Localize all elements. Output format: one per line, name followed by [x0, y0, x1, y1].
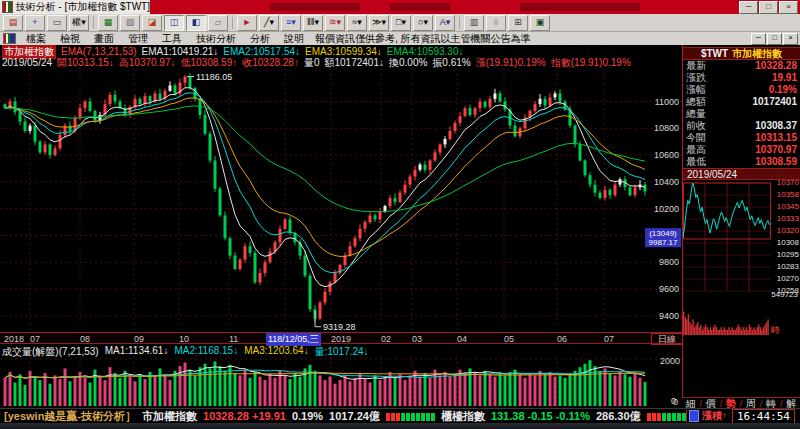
tab-separator: /	[740, 399, 743, 409]
close-button[interactable]: ×	[779, 1, 798, 14]
intraday-mini-chart[interactable]	[683, 181, 771, 293]
green-bar	[406, 413, 410, 421]
tab-separator: /	[760, 399, 763, 409]
channel-tool[interactable]: ≡▾	[281, 15, 301, 31]
text-tool[interactable]: A▾	[435, 15, 455, 31]
volume-header-field-4: 量:1017.24↓	[315, 345, 369, 356]
menu-item-分析[interactable]: 分析	[243, 32, 277, 46]
rectangle-tool[interactable]: □▾	[391, 15, 411, 31]
ticker-index-value: 10328.28 +19.91	[203, 410, 286, 422]
red-bar	[657, 413, 661, 421]
volume-pane[interactable]	[0, 356, 682, 407]
symbol-name: 市加權指數	[732, 47, 782, 61]
color-chart-icon[interactable]: ▦	[98, 15, 118, 31]
restore-button[interactable]: □	[759, 1, 778, 14]
mini-bar-indicator	[386, 412, 435, 421]
eraser-icon[interactable]: ◊	[486, 15, 506, 31]
mini-volume-scale: 549723	[750, 290, 798, 299]
main-chart-area[interactable]: 1100010800106001040010200980096009400111…	[0, 68, 682, 332]
red-bar	[652, 413, 656, 421]
layers-icon[interactable]: ⊞	[508, 15, 528, 31]
mini-axis-label: 10308	[777, 237, 799, 249]
x-axis-label: 03	[412, 334, 422, 344]
crosshair-icon[interactable]: +	[25, 15, 45, 31]
title-bar: 技術分析 - [市加權指數 $TWT] ─□×	[0, 0, 800, 14]
red-bar	[396, 413, 400, 421]
quote-label: 總量	[686, 108, 706, 120]
quote-value: 10172401	[753, 96, 798, 108]
quote-label: 今開	[686, 132, 706, 144]
mini-axis-label: 10283	[777, 261, 799, 273]
quote-row-最高: 最高10370.97	[683, 144, 800, 156]
quotes-grid-icon[interactable]: ▤	[3, 15, 23, 31]
volume-axis-max: 2000	[640, 356, 680, 366]
volume-chart[interactable]	[0, 356, 682, 407]
mini-axis-label: 10295	[777, 249, 799, 261]
connection-status-icon	[689, 410, 699, 422]
window-controls: ─□×	[739, 1, 798, 14]
menu-item-說明[interactable]: 說明	[277, 32, 311, 46]
mdi-restore-button[interactable]: □	[767, 33, 782, 45]
red-bar	[647, 413, 651, 421]
svg-text:9987.17: 9987.17	[649, 238, 678, 247]
fan-lines-tool[interactable]: ≋▾	[325, 15, 345, 31]
svg-text:(13049): (13049)	[649, 229, 677, 238]
grid-lines-tool[interactable]: ‖‖▾	[303, 15, 323, 31]
svg-text:10800: 10800	[654, 123, 679, 133]
app-icon	[2, 1, 13, 13]
toolbar-separator	[459, 17, 460, 29]
x-axis-label: 11	[229, 334, 238, 344]
period-label[interactable]: 日線	[651, 333, 683, 345]
ohlc-header-line2: 2019/05/24開10313.15↓高10370.97↓低10308.59↑…	[2, 57, 631, 68]
window-layout-icon[interactable]: ▭	[47, 15, 67, 31]
trendline-tool[interactable]: ╱▾	[259, 15, 279, 31]
save-icon[interactable]: ▣	[530, 15, 550, 31]
ticker-index-amount: 1017.24億	[329, 409, 380, 424]
minimize-button[interactable]: ─	[739, 1, 758, 14]
os-taskbar[interactable]	[0, 423, 800, 429]
quote-label: 最低	[686, 156, 706, 168]
tab-separator: /	[700, 399, 703, 409]
menu-item-畫面[interactable]: 畫面	[87, 32, 121, 46]
quote-label: 漲跌	[686, 72, 706, 84]
mini-axis-label: 10320	[777, 225, 799, 237]
bar-chart-button[interactable]: ◧	[186, 15, 206, 31]
rights-menu-button[interactable]: 權▾	[69, 15, 89, 31]
svg-text:10400: 10400	[654, 177, 679, 187]
ellipse-tool[interactable]: ○▾	[413, 15, 433, 31]
mini-axis-label: 10345	[777, 201, 799, 213]
ticker-otc-amount: 286.30億	[596, 409, 641, 424]
mini-axis-label: 10270	[777, 273, 799, 285]
candle-chart-button[interactable]: ◫	[164, 15, 184, 31]
quote-value: 10308.37	[755, 120, 797, 132]
menu-item-技術分析[interactable]: 技術分析	[189, 32, 243, 46]
svg-text:9319.28: 9319.28	[323, 322, 356, 332]
line-chart-icon[interactable]: ◪	[142, 15, 162, 31]
pattern-chart-icon[interactable]: ▨	[120, 15, 140, 31]
quote-value: 0.19%	[769, 84, 797, 96]
candlestick-chart[interactable]: 1100010800106001040010200980096009400111…	[0, 68, 682, 332]
draw-pointer-tool[interactable]: ►	[237, 15, 257, 31]
quote-label: 最新	[686, 60, 706, 72]
menu-item-檔案[interactable]: 檔案	[19, 32, 53, 46]
menu-item-工具[interactable]: 工具	[155, 32, 189, 46]
copy-icon[interactable]: ▥	[464, 15, 484, 31]
area-chart-icon[interactable]: ▱	[208, 15, 228, 31]
fibonacci-tool[interactable]: ≈▾	[347, 15, 367, 31]
mdi-close-button[interactable]: ×	[783, 33, 798, 45]
quote-row-漲跌: 漲跌19.91	[683, 72, 800, 84]
x-axis-label: 04	[457, 334, 467, 344]
green-bar	[416, 413, 420, 421]
titlebar-obscured-text	[270, 3, 360, 11]
menu-item-檢視[interactable]: 檢視	[53, 32, 87, 46]
quote-row-前收: 前收10308.37	[683, 120, 800, 132]
mdi-window-controls: ─□×	[751, 33, 798, 45]
mdi-minimize-button[interactable]: ─	[751, 33, 766, 45]
volume-header: 成交量(解盤)(7,21,53)MA1:1134.61↓MA2:1168.15↓…	[2, 345, 369, 356]
quote-value: 10313.15	[755, 132, 797, 144]
titlebar-obscured-text	[390, 3, 450, 11]
quote-row-漲幅: 漲幅0.19%	[683, 84, 800, 96]
menu-item-管理[interactable]: 管理	[121, 32, 155, 46]
green-bar	[672, 413, 676, 421]
wave-tool[interactable]: ≫▾	[369, 15, 389, 31]
